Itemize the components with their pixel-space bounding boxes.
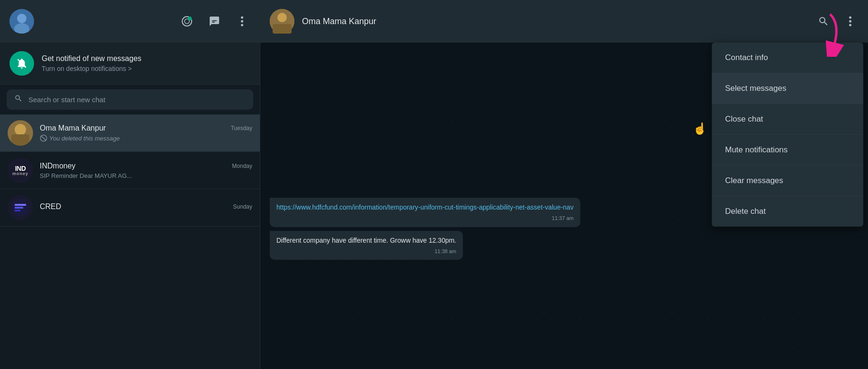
status-icon[interactable] xyxy=(178,13,195,30)
chat-avatar-cred xyxy=(8,195,33,220)
chat-info-ind: INDmoney Monday SIP Reminder Dear MAYUR … xyxy=(40,162,252,179)
main-chat: Oma Mama Kanpur Cut o http xyxy=(260,0,868,369)
sidebar-header-icons xyxy=(178,13,250,30)
search-chat-icon[interactable] xyxy=(815,13,832,30)
chat-time-oma: Tuesday xyxy=(230,125,252,132)
svg-point-14 xyxy=(15,124,26,135)
dropdown-close-chat[interactable]: Close chat xyxy=(712,104,863,135)
user-avatar[interactable] xyxy=(9,9,34,34)
chat-name-oma: Oma Mama Kanpur xyxy=(40,124,106,132)
message-link-url[interactable]: https://www.hdfcfund.com/information/tem… xyxy=(276,203,574,211)
svg-rect-6 xyxy=(212,20,217,21)
dropdown-select-messages[interactable]: Select messages xyxy=(712,73,863,104)
search-icon xyxy=(14,94,23,105)
new-chat-icon[interactable] xyxy=(206,13,223,30)
notification-subtitle[interactable]: Turn on desktop notifications > xyxy=(42,65,142,72)
chat-time-ind: Monday xyxy=(232,163,252,169)
message-text: Different company have different time. G… xyxy=(270,231,463,260)
svg-point-1 xyxy=(17,14,27,23)
chat-name-ind: INDmoney xyxy=(40,162,76,170)
svg-rect-19 xyxy=(15,204,26,206)
message-time-1: 11:37 am xyxy=(276,214,574,222)
dropdown-clear-messages[interactable]: Clear messages xyxy=(712,166,863,196)
svg-line-17 xyxy=(41,136,46,141)
dropdown-mute-notifications[interactable]: Mute notifications xyxy=(712,135,863,166)
svg-rect-21 xyxy=(15,210,20,211)
search-bar xyxy=(7,89,253,110)
svg-point-8 xyxy=(241,17,243,19)
chat-header-name: Oma Mama Kanpur xyxy=(302,17,807,26)
message-link: https://www.hdfcfund.com/information/tem… xyxy=(270,198,580,227)
svg-rect-20 xyxy=(15,207,23,209)
dropdown-menu: Contact info Select messages Close chat … xyxy=(712,43,863,227)
chat-name-cred: CRED xyxy=(40,202,61,211)
svg-point-27 xyxy=(849,24,851,26)
svg-point-26 xyxy=(849,20,851,23)
chat-avatar-oma xyxy=(8,120,33,146)
chat-header-avatar xyxy=(270,9,294,34)
svg-point-9 xyxy=(241,20,243,23)
svg-rect-24 xyxy=(273,24,292,34)
sidebar-header xyxy=(0,0,260,43)
sidebar-menu-icon[interactable] xyxy=(233,13,250,30)
sidebar: Get notified of new messages Turn on des… xyxy=(0,0,260,369)
notification-title: Get notified of new messages xyxy=(42,54,142,63)
search-bar-wrapper xyxy=(0,85,260,114)
svg-point-25 xyxy=(849,17,851,19)
svg-point-5 xyxy=(188,17,192,20)
svg-point-10 xyxy=(241,24,243,26)
chat-preview-ind: SIP Reminder Dear MAYUR AG... xyxy=(40,172,252,179)
search-input[interactable] xyxy=(28,96,246,104)
dropdown-contact-info[interactable]: Contact info xyxy=(712,43,863,73)
chat-menu-icon[interactable] xyxy=(841,13,859,30)
chat-item-oma-mama[interactable]: Oma Mama Kanpur Tuesday You deleted this… xyxy=(0,114,260,152)
svg-rect-15 xyxy=(11,134,29,146)
chat-header-icons xyxy=(815,13,859,30)
message-time-2: 11:38 am xyxy=(276,247,456,255)
svg-point-23 xyxy=(277,13,287,22)
dropdown-delete-chat[interactable]: Delete chat xyxy=(712,196,863,227)
chat-list: Oma Mama Kanpur Tuesday You deleted this… xyxy=(0,114,260,369)
chat-info-cred: CRED Sunday xyxy=(40,202,252,213)
chat-item-indmoney[interactable]: IND money INDmoney Monday SIP Reminder D… xyxy=(0,152,260,189)
svg-rect-7 xyxy=(212,22,215,23)
notification-text: Get notified of new messages Turn on des… xyxy=(42,54,142,72)
chat-preview-oma: You deleted this message xyxy=(40,134,252,142)
chat-item-cred[interactable]: CRED Sunday xyxy=(0,189,260,227)
message-text-content: Different company have different time. G… xyxy=(276,237,456,244)
chat-header: Oma Mama Kanpur xyxy=(260,0,868,43)
notification-icon xyxy=(9,51,34,76)
chat-info-oma: Oma Mama Kanpur Tuesday You deleted this… xyxy=(40,124,252,142)
notification-banner[interactable]: Get notified of new messages Turn on des… xyxy=(0,43,260,85)
chat-avatar-ind: IND money xyxy=(8,158,33,183)
chat-time-cred: Sunday xyxy=(233,203,252,210)
